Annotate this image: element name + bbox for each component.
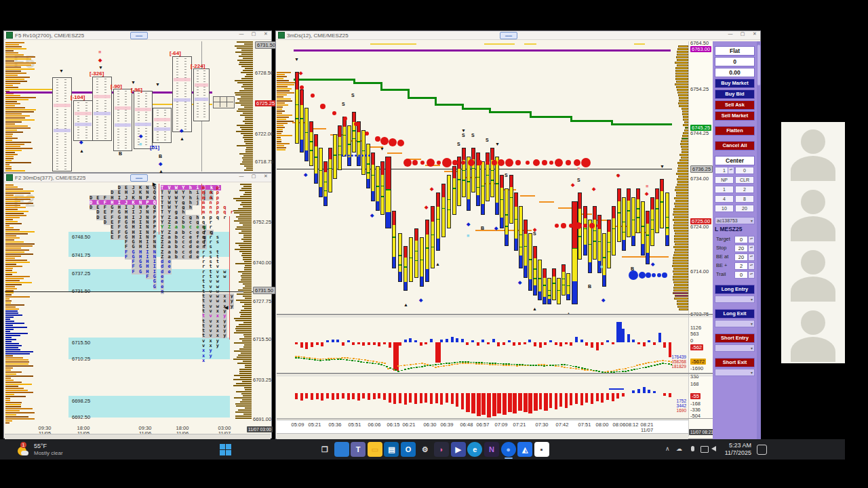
20-spinner[interactable]: ▴▾ xyxy=(748,253,755,261)
strategy-select[interactable]: ▾ xyxy=(715,369,755,376)
start-button[interactable] xyxy=(220,444,231,455)
strategy-select[interactable]: ▾ xyxy=(715,344,755,352)
histogram-bar xyxy=(513,342,515,346)
volume-icon[interactable] xyxy=(711,446,716,451)
weather-widget[interactable]: 1 55°F Mostly clear xyxy=(16,442,118,458)
chart-dot xyxy=(300,85,304,89)
account-select[interactable]: ac138753▾ xyxy=(715,217,755,224)
taskbar-icon-app-active[interactable]: ● xyxy=(501,442,516,457)
taskbar-icon-file-explorer[interactable]: ▭ xyxy=(368,442,382,457)
0-display[interactable]: 0 xyxy=(715,57,755,66)
f2-chart-area[interactable]: F26748.506741.756737.256731.506715.50671… xyxy=(4,174,271,438)
indicator-line xyxy=(500,363,502,365)
0-field[interactable]: 0 xyxy=(734,271,748,279)
taskbar-icon-task-view[interactable]: ❐ xyxy=(317,442,332,457)
volume-profile-bar xyxy=(277,125,283,126)
indicator-line xyxy=(511,365,513,367)
strategy-select[interactable]: ▾ xyxy=(715,296,755,303)
volume-profile-bar xyxy=(237,125,253,126)
chart-dot xyxy=(639,272,646,279)
indicator-line xyxy=(462,363,464,364)
volume-profile-bar xyxy=(5,272,17,273)
20-spinner[interactable]: ▴▾ xyxy=(748,245,755,252)
delta-panel[interactable] xyxy=(277,317,672,373)
0-00-display[interactable]: 0.00 xyxy=(715,68,755,77)
taskbar-icon-ninjatrader[interactable]: N xyxy=(484,442,499,457)
taskbar-icon-photos[interactable]: ◭ xyxy=(517,442,532,457)
strategy-select[interactable]: ▾ xyxy=(715,320,755,327)
flatten-button[interactable]: Flatten xyxy=(715,126,755,136)
indicator-line xyxy=(363,362,365,363)
grid-cell-clr[interactable]: CLR xyxy=(735,176,754,184)
2-field[interactable]: 2 xyxy=(734,262,748,270)
grid-cell-np[interactable]: NP xyxy=(715,176,734,184)
0-spinner[interactable]: ▴▾ xyxy=(748,271,755,279)
2-spinner[interactable]: ▴▾ xyxy=(748,262,755,270)
trade-panel-scroll-thumb[interactable] xyxy=(757,45,760,85)
grid-cell-8[interactable]: 8 xyxy=(735,195,754,203)
taskbar-icon-terminal[interactable]: ▪ xyxy=(534,442,549,457)
notifications-icon[interactable] xyxy=(757,445,767,455)
taskbar-icon-edge[interactable]: e xyxy=(467,442,482,457)
trade-panel-scrollbar[interactable] xyxy=(757,41,761,440)
grid-cell-20[interactable]: 20 xyxy=(735,205,754,212)
price-axis-label: 6725.25 xyxy=(255,100,276,106)
20-field[interactable]: 20 xyxy=(734,245,748,252)
buy-bid-button[interactable]: Buy Bid xyxy=(715,89,755,99)
cast-icon[interactable] xyxy=(701,446,709,453)
sell-market-button[interactable]: Sell Market xyxy=(715,111,755,121)
volume-profile-bar xyxy=(683,132,688,134)
histogram-bar xyxy=(461,393,464,409)
volume-profile-bar xyxy=(682,135,688,137)
tray-date[interactable]: 11/7/2025 xyxy=(720,449,751,456)
grid-cell-2[interactable]: 2 xyxy=(735,186,754,193)
short-exit-button[interactable]: Short Exit xyxy=(715,358,755,367)
main-chart-area[interactable]: SSSSSSSSSBBBB▲▲▲▲▼▼▼▼▼▼◆◆◆◆◆◆◆◆◆◆◆◆◆◆◆◆◆… xyxy=(276,31,760,439)
f5-chart-area[interactable]: F5[-104][-326][-90][-96][51][-64][-224]■… xyxy=(4,31,271,172)
volume-profile-bar xyxy=(239,90,253,92)
horizontal-scrollbar[interactable] xyxy=(5,434,271,439)
histogram-bar xyxy=(565,342,568,344)
chevron-down-icon: ▾ xyxy=(751,297,753,303)
tray-chevron-icon[interactable]: ∧ xyxy=(665,445,670,452)
taskbar-icon-teams[interactable]: T xyxy=(351,442,366,457)
short-entry-button[interactable]: Short Entry xyxy=(715,333,755,343)
cancel-all-button[interactable]: Cancel All xyxy=(715,141,755,150)
grid-cell-0[interactable]: 0 xyxy=(735,167,754,174)
bar-poc-line xyxy=(348,144,351,145)
flat-display[interactable]: Flat xyxy=(715,46,755,56)
buy-market-button[interactable]: Buy Market xyxy=(715,79,755,88)
histogram-bar xyxy=(414,393,417,404)
volume-profile-bar xyxy=(5,70,21,72)
grid-cell-4[interactable]: 4 xyxy=(715,195,734,203)
grid-cell-1[interactable]: 1 xyxy=(715,186,734,193)
cluster-delta-label: [-326] xyxy=(90,70,104,77)
long-exit-button[interactable]: Long Exit xyxy=(715,309,755,319)
price-axis-label: 168 xyxy=(690,381,699,387)
time-axis[interactable]: 05:0905:2105:3605:5106:0606:1506:2106:30… xyxy=(277,420,688,434)
indicator-line xyxy=(435,364,437,365)
price-pane[interactable]: SSSSSSSSSBBBB▲▲▲▲▼▼▼▼▼▼◆◆◆◆◆◆◆◆◆◆◆◆◆◆◆◆◆… xyxy=(277,41,672,314)
volume-profile-bar xyxy=(677,64,688,66)
center-display[interactable]: Center xyxy=(715,156,755,165)
volume-profile-bar xyxy=(244,169,253,171)
mic-icon[interactable] xyxy=(691,446,694,451)
sell-ask-button[interactable]: Sell Ask xyxy=(715,100,755,110)
taskbar-icon-movies[interactable]: ▶ xyxy=(451,442,466,457)
taskbar-icon-widgets[interactable] xyxy=(334,442,349,457)
grid-cell-10[interactable]: 10 xyxy=(715,205,734,212)
taskbar-icon-settings[interactable]: ⚙ xyxy=(418,442,433,457)
taskbar-icon-store[interactable]: ▤ xyxy=(384,442,399,457)
taskbar-icon-clipchamp[interactable]: ◗ xyxy=(434,442,449,457)
20-field[interactable]: 20 xyxy=(734,253,748,261)
onedrive-icon[interactable]: ☁ xyxy=(676,445,682,452)
taskbar-icon-outlook[interactable]: O xyxy=(401,442,416,457)
tray-clock[interactable]: 5:23 AM xyxy=(720,442,751,449)
long-entry-button[interactable]: Long Entry xyxy=(715,285,755,294)
volume-profile-bar xyxy=(243,155,253,157)
volume-panel[interactable] xyxy=(277,376,672,418)
chart-marker-icon: ▲ xyxy=(180,136,184,142)
0-field[interactable]: 0 xyxy=(734,236,748,243)
quantity-spinner[interactable]: ▴▾ xyxy=(728,167,734,174)
0-spinner[interactable]: ▴▾ xyxy=(748,236,755,243)
